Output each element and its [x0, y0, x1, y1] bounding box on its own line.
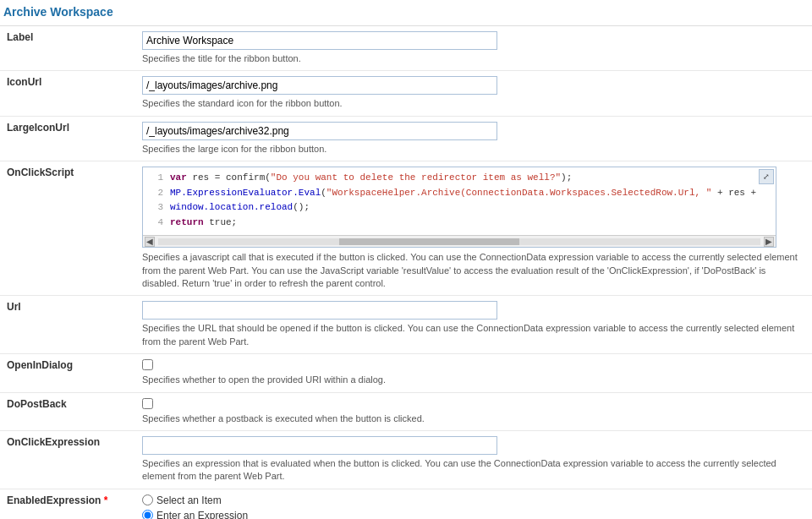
line-num-3: 3 — [148, 200, 163, 216]
onclickexpression-row: OnClickExpression Specifies an expressio… — [0, 430, 812, 489]
expand-button[interactable]: ⤢ — [759, 169, 774, 184]
openindialog-field-value-cell: Specifies whether to open the provided U… — [135, 354, 812, 392]
url-input[interactable] — [142, 301, 497, 320]
url-row: Url Specifies the URL that should be ope… — [0, 296, 812, 354]
iconurl-field-label: IconUrl — [0, 71, 135, 116]
enabledexpression-field-label: EnabledExpression * — [0, 489, 135, 519]
radio-enter-expression-row: Enter an Expression — [142, 510, 805, 519]
largeiconurl-field-value-cell: Specifies the large icon for the ribbon … — [135, 116, 812, 161]
radio-select-item-row: Select an Item — [142, 494, 805, 506]
code-line-4: 4 return true; — [148, 216, 771, 231]
iconurl-row: IconUrl Specifies the standard icon for … — [0, 71, 812, 116]
largeiconurl-row: LargeIconUrl Specifies the large icon fo… — [0, 116, 812, 161]
code-text-4: return true; — [170, 216, 237, 231]
url-field-label: Url — [0, 296, 135, 354]
line-num-4: 4 — [148, 216, 163, 231]
scroll-right-button[interactable]: ▶ — [764, 237, 774, 247]
horizontal-scrollbar[interactable]: ◀ ▶ — [143, 235, 776, 247]
dopostback-field-value-cell: Specifies whether a postback is executed… — [135, 392, 812, 430]
iconurl-help: Specifies the standard icon for the ribb… — [142, 97, 805, 110]
onclickexpression-field-value-cell: Specifies an expression that is evaluate… — [135, 430, 812, 489]
scroll-thumb — [339, 238, 520, 245]
scroll-left-button[interactable]: ◀ — [145, 237, 155, 247]
scroll-track[interactable] — [158, 238, 760, 245]
required-indicator: * — [104, 494, 108, 506]
code-line-2: 2 MP.ExpressionEvaluator.Eval("Workspace… — [148, 186, 771, 201]
line-num-1: 1 — [148, 171, 163, 186]
radio-select-item[interactable] — [142, 494, 153, 505]
onclickexpression-help: Specifies an expression that is evaluate… — [142, 457, 805, 483]
onclickscript-field-value-cell: ⤢ 1 var res = confirm("Do you want to de… — [135, 161, 812, 296]
code-line-1: 1 var res = confirm("Do you want to dele… — [148, 171, 771, 186]
onclickscript-help: Specifies a javascript call that is exec… — [142, 251, 805, 290]
iconurl-input[interactable] — [142, 76, 497, 95]
radio-enter-expression[interactable] — [142, 510, 153, 519]
openindialog-row: OpenInDialog Specifies whether to open t… — [0, 354, 812, 392]
code-text-1: var res = confirm("Do you want to delete… — [170, 171, 572, 186]
code-line-3: 3 window.location.reload(); — [148, 200, 771, 216]
page-title: Archive Workspace — [0, 0, 812, 26]
enabledexpression-row: EnabledExpression * Select an Item Enter… — [0, 489, 812, 519]
onclickscript-row: OnClickScript ⤢ 1 var res = confirm("Do … — [0, 161, 812, 296]
onclickscript-field-label: OnClickScript — [0, 161, 135, 296]
form-table: Label Specifies the title for the ribbon… — [0, 26, 812, 519]
openindialog-field-label: OpenInDialog — [0, 354, 135, 392]
largeiconurl-field-label: LargeIconUrl — [0, 116, 135, 161]
openindialog-checkbox-row — [142, 359, 805, 370]
openindialog-checkbox[interactable] — [142, 359, 153, 370]
iconurl-field-value-cell: Specifies the standard icon for the ribb… — [135, 71, 812, 116]
line-num-2: 2 — [148, 186, 163, 201]
code-area: 1 var res = confirm("Do you want to dele… — [143, 167, 776, 235]
largeiconurl-help: Specifies the large icon for the ribbon … — [142, 143, 805, 156]
radio-enter-expression-label: Enter an Expression — [156, 510, 248, 519]
radio-select-item-label: Select an Item — [156, 494, 222, 506]
label-field-value-cell: Specifies the title for the ribbon butto… — [135, 26, 812, 71]
code-container: ⤢ 1 var res = confirm("Do you want to de… — [142, 167, 776, 248]
label-field-label: Label — [0, 26, 135, 71]
onclickexpression-field-label: OnClickExpression — [0, 430, 135, 489]
enabledexpression-field-value-cell: Select an Item Enter an Expression Speci… — [135, 489, 812, 519]
largeiconurl-input[interactable] — [142, 122, 497, 140]
dopostback-checkbox[interactable] — [142, 398, 153, 409]
openindialog-help: Specifies whether to open the provided U… — [142, 374, 805, 386]
label-input[interactable] — [142, 31, 497, 50]
onclickexpression-input[interactable] — [142, 436, 497, 455]
code-text-2: MP.ExpressionEvaluator.Eval("WorkspaceHe… — [170, 186, 756, 201]
dopostback-help: Specifies whether a postback is executed… — [142, 412, 805, 425]
dopostback-row: DoPostBack Specifies whether a postback … — [0, 392, 812, 430]
dopostback-field-label: DoPostBack — [0, 392, 135, 430]
label-row: Label Specifies the title for the ribbon… — [0, 26, 812, 71]
label-help: Specifies the title for the ribbon butto… — [142, 52, 805, 65]
url-field-value-cell: Specifies the URL that should be opened … — [135, 296, 812, 354]
dopostback-checkbox-row — [142, 398, 805, 409]
code-text-3: window.location.reload(); — [170, 200, 310, 216]
url-help: Specifies the URL that should be opened … — [142, 322, 805, 348]
